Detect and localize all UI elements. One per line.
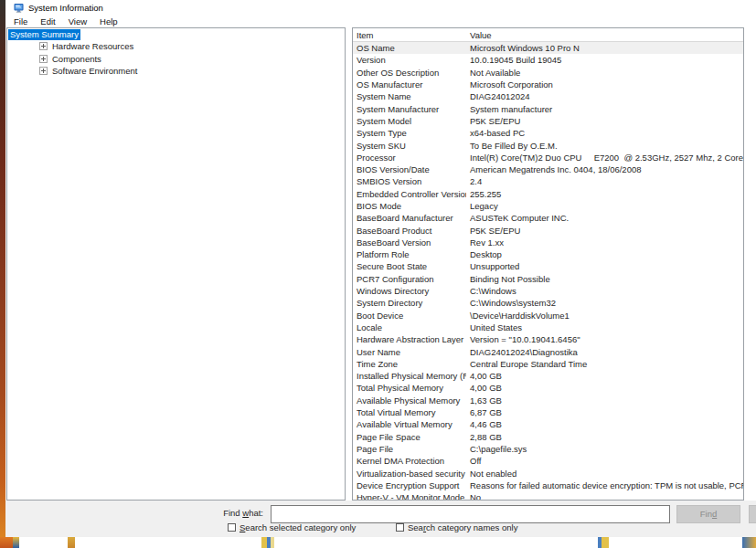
wallpaper-detail [742,537,756,548]
details-list-panel[interactable]: Item Value OS NameMicrosoft Windows 10 P… [352,27,744,501]
item-cell: Device Encryption Support [353,480,466,490]
table-row[interactable]: Total Virtual Memory6,87 GB [353,406,743,418]
table-row[interactable]: System NameDIAG24012024 [353,90,743,102]
tree-item-hardware-resources[interactable]: Hardware Resources [7,40,345,52]
find-bar: Find what: Find Search selected category… [5,501,756,537]
expand-plus-icon[interactable] [39,55,48,63]
item-cell: Locale [353,322,466,332]
item-cell: OS Name [353,43,466,53]
value-cell: ASUSTeK Computer INC. [466,213,743,223]
list-header[interactable]: Item Value [353,28,743,42]
table-row[interactable]: BaseBoard ProductP5K SE/EPU [353,224,743,236]
table-row[interactable]: System ManufacturerSystem manufacturer [353,102,743,114]
find-input[interactable] [271,505,670,523]
table-row[interactable]: LocaleUnited States [353,321,743,333]
table-row[interactable]: Device Encryption SupportReasons for fai… [353,480,743,491]
value-cell: No [466,492,743,500]
value-cell: Binding Not Possible [466,274,743,284]
value-cell: 4,46 GB [466,419,743,429]
item-cell: OS Manufacturer [353,79,466,90]
table-row[interactable]: Version10.0.19045 Build 19045 [353,54,743,66]
table-row[interactable]: Hyper-V - VM Monitor Mode E...No [353,491,743,500]
table-row[interactable]: System Typex64-based PC [353,127,743,139]
item-cell: BIOS Version/Date [353,164,466,174]
table-row[interactable]: Installed Physical Memory (RAM)4,00 GB [353,370,743,382]
table-row[interactable]: OS ManufacturerMicrosoft Corporation [353,79,743,90]
tree-item-system-summary[interactable]: System Summary [7,28,345,40]
table-row[interactable]: Platform RoleDesktop [353,248,743,260]
table-row[interactable]: Total Physical Memory4,00 GB [353,382,743,394]
table-row[interactable]: SMBIOS Version2.4 [353,175,743,187]
tree-item-components[interactable]: Components [7,53,345,65]
value-cell: Desktop [466,249,743,259]
item-cell: BaseBoard Manufacturer [353,213,466,223]
item-cell: Processor [353,153,466,163]
menu-edit[interactable]: Edit [34,16,61,26]
table-row[interactable]: Time ZoneCentral Europe Standard Time [353,358,743,370]
table-row[interactable]: ProcessorIntel(R) Core(TM)2 Duo CPU E720… [353,152,743,163]
table-row[interactable]: Hardware Abstraction LayerVersion = "10.… [353,333,743,345]
value-cell: Legacy [466,201,743,211]
tree-item-software-environment[interactable]: Software Environment [7,65,345,77]
value-cell: United States [466,322,743,332]
checkbox-search-category-names-box[interactable] [396,523,404,532]
column-header-item[interactable]: Item [353,30,466,40]
table-row[interactable]: Page File Space2,88 GB [353,431,743,443]
menu-view[interactable]: View [62,16,93,26]
column-header-value[interactable]: Value [466,30,743,40]
menu-help[interactable]: Help [93,16,124,26]
table-row[interactable]: User NameDIAG24012024\Diagnostika [353,345,743,357]
table-row[interactable]: Virtualization-based securityNot enabled [353,467,743,479]
table-row[interactable]: System DirectoryC:\Windows\system32 [353,297,743,309]
table-row[interactable]: BaseBoard VersionRev 1.xx [353,237,743,248]
table-row[interactable]: System SKUTo Be Filled By O.E.M. [353,139,743,151]
table-row[interactable]: System ModelP5K SE/EPU [353,115,743,127]
item-cell: Windows Directory [353,286,466,296]
menu-bar: FileEditViewHelp [5,15,756,27]
checkbox-search-selected-category[interactable]: Search selected category only [228,522,356,532]
value-cell: Microsoft Corporation [466,79,743,90]
table-row[interactable]: BIOS ModeLegacy [353,200,743,212]
wallpaper-detail [13,537,19,548]
cut-off-button[interactable] [749,505,756,523]
table-row[interactable]: Kernel DMA ProtectionOff [353,455,743,467]
wallpaper-detail [271,537,274,548]
item-cell: BIOS Mode [353,201,466,211]
value-cell: DIAG24012024 [466,91,743,101]
item-cell: Total Physical Memory [353,383,466,393]
table-row[interactable]: Available Virtual Memory4,46 GB [353,418,743,430]
item-cell: System Directory [353,298,466,308]
checkbox-search-category-names[interactable]: Search category names only [396,522,517,532]
value-cell: \Device\HarddiskVolume1 [466,311,743,321]
table-row[interactable]: PCR7 ConfigurationBinding Not Possible [353,273,743,285]
expand-plus-icon[interactable] [39,67,48,75]
item-cell: Page File [353,444,466,454]
value-cell: Not enabled [466,469,743,479]
item-cell: Virtualization-based security [353,469,466,479]
item-cell: Secure Boot State [353,261,466,271]
wallpaper-detail [68,537,75,548]
checkbox-search-selected-category-box[interactable] [228,523,236,532]
value-cell: Unsupported [466,261,743,271]
item-cell: Boot Device [353,311,466,321]
table-row[interactable]: Available Physical Memory1,63 GB [353,395,743,406]
checkbox-search-category-names-label: Search category names only [408,522,517,532]
value-cell: C:\Windows [466,286,743,296]
value-cell: Reasons for failed automatic device encr… [466,480,743,490]
wallpaper-detail [0,537,13,548]
menu-file[interactable]: File [7,16,34,26]
find-button[interactable]: Find [676,505,740,523]
table-row[interactable]: Windows DirectoryC:\Windows [353,285,743,297]
table-row[interactable]: BaseBoard ManufacturerASUSTeK Computer I… [353,212,743,224]
table-row[interactable]: Other OS DescriptionNot Available [353,67,743,79]
table-row[interactable]: Page FileC:\pagefile.sys [353,443,743,455]
table-row[interactable]: Secure Boot StateUnsupported [353,260,743,272]
table-row[interactable]: OS NameMicrosoft Windows 10 Pro N [353,42,743,54]
value-cell: x64-based PC [466,128,743,138]
table-row[interactable]: Embedded Controller Version255.255 [353,188,743,200]
table-row[interactable]: Boot Device\Device\HarddiskVolume1 [353,310,743,321]
table-row[interactable]: BIOS Version/DateAmerican Megatrends Inc… [353,163,743,175]
category-tree-panel[interactable]: System Summary Hardware ResourcesCompone… [6,27,346,501]
tree-item-system-summary-label: System Summary [8,29,80,40]
expand-plus-icon[interactable] [39,42,48,50]
